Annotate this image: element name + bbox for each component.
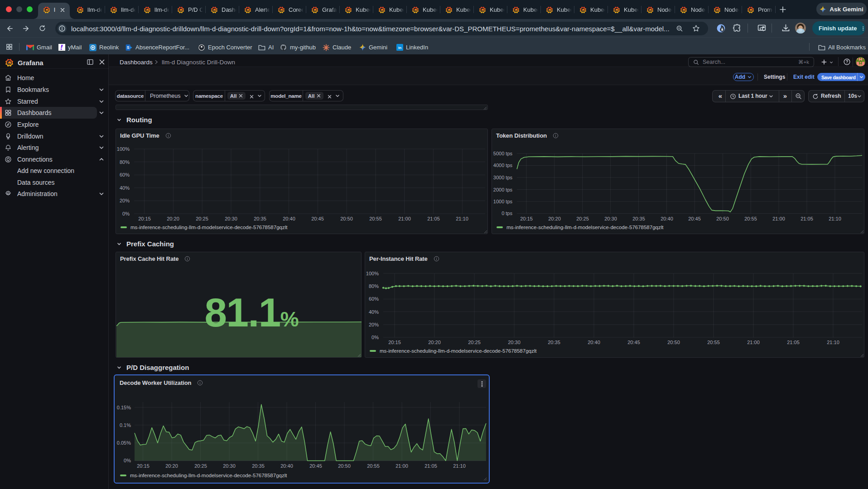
svg-text:in: in <box>398 46 401 50</box>
svg-text:S: S <box>127 45 130 50</box>
